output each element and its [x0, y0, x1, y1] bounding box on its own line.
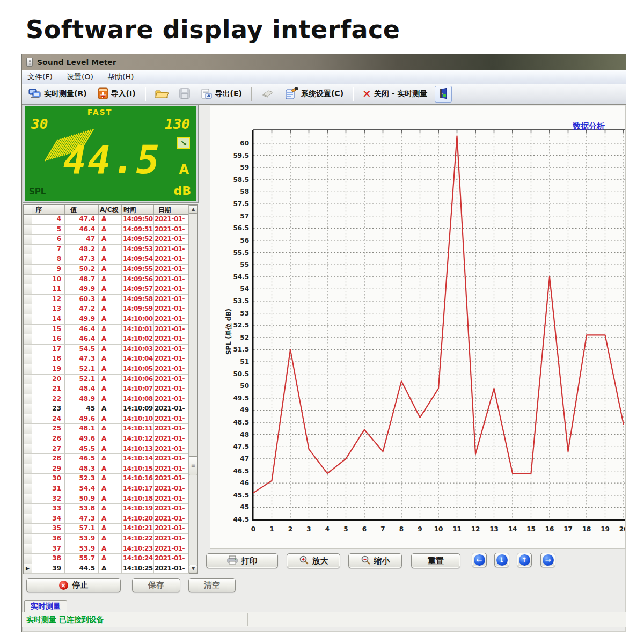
table-row[interactable]: 2846.5A14:10:142021-01- — [24, 454, 197, 464]
table-row[interactable]: 2345A14:10:092021-01- — [24, 404, 197, 414]
table-row[interactable]: 2948.3A14:10:152021-01- — [24, 464, 197, 474]
menu-file[interactable]: 文件(F) — [27, 72, 53, 82]
scrollbar-thumb[interactable]: ≡ — [189, 456, 197, 475]
table-row[interactable]: 2449.6A14:10:102021-01- — [24, 414, 197, 425]
table-row[interactable]: 2148.4A14:10:072021-01- — [24, 384, 197, 394]
window-titlebar[interactable]: Sound Level Meter — [22, 54, 626, 70]
menu-help[interactable]: 帮助(H) — [107, 72, 134, 82]
table-cell: 21 — [32, 384, 65, 394]
table-row[interactable]: 3557.1A14:10:212021-01- — [24, 524, 197, 534]
import-label: 导入(I) — [111, 89, 136, 99]
erase-button[interactable] — [258, 87, 278, 101]
print-label: 打印 — [241, 556, 258, 566]
table-row[interactable]: 3052.3A14:10:162021-01- — [24, 474, 197, 484]
tab-realtime-measure[interactable]: 实时测量 — [24, 600, 67, 612]
open-file-button[interactable] — [151, 86, 172, 102]
table-row[interactable]: 847.3A14:09:542021-01- — [24, 254, 197, 265]
stop-button[interactable]: × 停止 — [26, 578, 121, 592]
exit-button[interactable] — [435, 86, 452, 103]
svg-text:51.5: 51.5 — [233, 346, 249, 353]
app-icon — [26, 58, 33, 67]
svg-text:16: 16 — [545, 525, 554, 533]
table-cell: 14:10:06 — [122, 375, 154, 385]
table-cell: 2021-01- — [154, 284, 189, 295]
table-cell: 37 — [32, 544, 65, 554]
system-settings-button[interactable]: 系统设置(C) — [282, 86, 347, 103]
table-row[interactable]: 2745.5A14:10:132021-01- — [24, 444, 197, 455]
row-marker-cell — [24, 334, 32, 345]
table-row[interactable]: 2649.6A14:10:122021-01- — [24, 434, 197, 444]
table-row[interactable]: 1546.4A14:10:012021-01- — [24, 325, 197, 335]
table-row[interactable]: 950.2A14:09:552021-01- — [24, 265, 197, 275]
table-cell: 14:09:52 — [122, 235, 154, 245]
screenshot-canvas: Software display interface Sound Level M… — [0, 0, 644, 644]
table-row[interactable]: 2248.9A14:10:082021-01- — [24, 394, 197, 405]
svg-text:49.5: 49.5 — [233, 394, 249, 402]
svg-text:57: 57 — [240, 213, 249, 220]
table-row[interactable]: 1646.4A14:10:022021-01- — [24, 334, 197, 345]
table-row[interactable]: 2052.1A14:10:062021-01- — [24, 375, 197, 385]
table-row[interactable]: 447.4A14:09:502021-01- — [24, 215, 197, 225]
table-cell: 2021-01- — [154, 245, 189, 255]
realtime-measure-button[interactable]: 实时测量(R) — [25, 86, 90, 102]
col-header-date[interactable]: 日期 — [154, 205, 189, 214]
zoom-out-button[interactable]: 缩小 — [348, 553, 402, 568]
table-scrollbar[interactable]: ▲ ≡ ▼ — [188, 205, 197, 573]
table-row[interactable]: 3753.9A14:10:232021-01- — [24, 544, 197, 554]
table-row[interactable]: 3250.9A14:10:182021-01- — [24, 494, 197, 504]
svg-text:50.5: 50.5 — [233, 370, 249, 378]
table-row[interactable]: 2548.1A14:10:112021-01- — [24, 424, 197, 434]
table-cell: 10 — [32, 275, 65, 285]
col-header-value[interactable]: 值 — [65, 205, 99, 214]
lcd-weighting: A — [179, 162, 189, 177]
table-row[interactable]: 3653.9A14:10:222021-01- — [24, 534, 197, 544]
col-header-seq[interactable]: 序 — [32, 205, 65, 214]
table-row[interactable]: 1754.5A14:10:032021-01- — [24, 345, 197, 355]
table-cell: 32 — [32, 494, 65, 504]
scroll-up-button[interactable]: ▲ — [189, 205, 197, 214]
col-header-time[interactable]: 时间 — [122, 205, 154, 214]
table-cell: 12 — [32, 295, 65, 305]
pan-right-button[interactable]: → — [540, 553, 555, 567]
menu-settings[interactable]: 设置(O) — [67, 72, 93, 82]
close-realtime-button[interactable]: ✕ 关闭 - 实时测量 — [359, 87, 430, 101]
table-row[interactable]: 3855.7A14:10:242021-01- — [24, 554, 197, 564]
import-button[interactable]: 导入(I) — [94, 86, 139, 103]
table-row[interactable]: 3353.8A14:10:192021-01- — [24, 504, 197, 514]
table-row[interactable]: 1952.1A14:10:052021-01- — [24, 364, 197, 375]
table-row[interactable]: 3447.3A14:10:202021-01- — [24, 514, 197, 524]
table-cell: 2021-01- — [154, 404, 189, 414]
table-cell: A — [99, 504, 122, 514]
table-row[interactable]: 1149.9A14:09:572021-01- — [24, 284, 197, 295]
chart-analysis-link[interactable]: 数据分析 — [573, 121, 605, 131]
scroll-down-button[interactable]: ▼ — [189, 565, 197, 573]
save-file-button[interactable] — [176, 86, 193, 102]
table-row[interactable]: 546.4A14:09:512021-01- — [24, 225, 197, 235]
table-row[interactable]: 1347.2A14:09:592021-01- — [24, 304, 197, 314]
print-button[interactable]: 打印 — [206, 553, 278, 568]
table-row[interactable]: 748.2A14:09:532021-01- — [24, 245, 197, 255]
table-row[interactable]: 1847.3A14:10:042021-01- — [24, 354, 197, 364]
arrow-up-icon: ↑ — [519, 554, 530, 566]
pan-up-button[interactable]: ↑ — [517, 553, 532, 567]
table-row[interactable]: ▶3944.5A14:10:252021-01- — [24, 564, 197, 574]
reset-button[interactable]: 重置 — [411, 553, 460, 568]
table-row[interactable]: 1260.3A14:09:582021-01- — [24, 295, 197, 305]
table-row[interactable]: 1048.7A14:09:562021-01- — [24, 275, 197, 285]
table-cell: 53.9 — [65, 544, 99, 554]
clear-button[interactable]: 清空 — [188, 578, 236, 592]
table-cell: 53.9 — [65, 534, 99, 544]
export-button[interactable]: 导出(E) — [197, 86, 245, 103]
col-header-weighting[interactable]: A/C权 — [99, 205, 122, 214]
save-button[interactable]: 保存 — [132, 578, 180, 592]
table-row[interactable]: 1449.9A14:10:002021-01- — [24, 314, 197, 325]
table-row[interactable]: 3154.4A14:10:172021-01- — [24, 484, 197, 494]
zoom-in-button[interactable]: 放大 — [287, 553, 340, 568]
pan-left-button[interactable]: ← — [472, 553, 487, 567]
pan-down-button[interactable]: ↓ — [494, 553, 509, 567]
table-row[interactable]: 647A14:09:522021-01- — [24, 235, 197, 245]
row-marker-cell — [24, 215, 32, 225]
table-cell: 49.9 — [65, 284, 99, 295]
table-cell: 2021-01- — [154, 504, 189, 514]
row-marker-cell — [24, 484, 32, 494]
